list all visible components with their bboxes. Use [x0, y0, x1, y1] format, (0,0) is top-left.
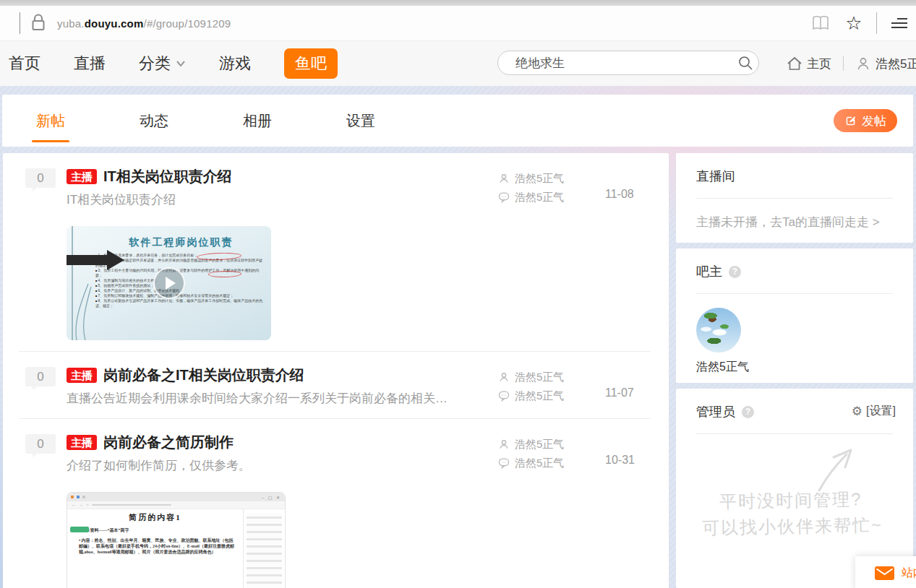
- live-room-title: 直播间: [696, 168, 893, 185]
- card-divider: [696, 198, 893, 199]
- screen: yuba.douyu.com/#/group/1091209 ☆ 首页 直播 分…: [0, 0, 916, 588]
- nav-item-games[interactable]: 游戏: [219, 53, 251, 74]
- site-message-widget[interactable]: 站内: [855, 556, 916, 588]
- menu-icon[interactable]: [889, 12, 910, 34]
- post-date: 11-07: [605, 366, 669, 399]
- address-bar-divider: [20, 12, 20, 34]
- thumb-browser-titlebar: – ▢ ✕: [67, 493, 285, 501]
- tab-feed[interactable]: 动态: [140, 105, 168, 137]
- tab-settings[interactable]: 设置: [346, 105, 375, 137]
- user-icon[interactable]: [855, 56, 871, 72]
- nav-item-yuba[interactable]: 鱼吧: [284, 48, 338, 79]
- post-author[interactable]: 浩然5正气: [515, 172, 564, 186]
- live-badge: 主播: [67, 368, 97, 383]
- post-excerpt: IT相关岗位职责介绍: [67, 191, 471, 209]
- thumb-doc-line: • 基本资料——“基本”两字: [79, 527, 237, 533]
- post-title[interactable]: 岗前必备之简历制作: [103, 433, 234, 451]
- search-input[interactable]: [498, 56, 732, 70]
- play-button-icon[interactable]: [153, 267, 185, 299]
- post-row: 0 主播 岗前必备之简历制作 介绍了如何制作简历，仅供参考。 – ▢ ✕ ←→○: [3, 419, 669, 588]
- favorites-star-icon[interactable]: ☆: [843, 12, 865, 34]
- help-icon[interactable]: ?: [742, 406, 754, 418]
- tab-album[interactable]: 相册: [243, 105, 272, 137]
- post-row: 0 主播 IT相关岗位职责介绍 IT相关岗位职责介绍 软件工程师岗位职责 1、根…: [3, 153, 669, 351]
- url-subdomain: yuba.: [57, 17, 85, 30]
- reply-count-bubble: 0: [25, 367, 56, 386]
- comment-icon: [498, 390, 510, 402]
- post-date: 10-31: [605, 433, 669, 467]
- live-room-link[interactable]: 主播未开播，去Ta的直播间走走 >: [696, 214, 893, 230]
- nav-item-live[interactable]: 直播: [74, 53, 106, 74]
- site-message-label: 站内: [902, 566, 916, 581]
- chevron-down-icon: [176, 60, 186, 67]
- url-domain: douyu.com: [85, 17, 144, 30]
- thumb-doc-line: • 内容：姓名、性别、出生年月、籍贯、民族、专业、政治面貌、联系地址（包括邮编）…: [79, 537, 237, 555]
- help-icon[interactable]: ?: [729, 266, 741, 278]
- slide-arrow-shape: [67, 249, 126, 271]
- envelope-icon: [875, 566, 894, 580]
- thumb-green-badge: [70, 527, 89, 532]
- thumb-favicon: [77, 496, 80, 498]
- nav-item-yuba-label: 鱼吧: [295, 53, 327, 74]
- bar-owner-card: 吧主 ? 浩然5正气: [676, 248, 913, 383]
- post-date: 11-08: [605, 167, 669, 201]
- admin-empty-text: 可以找小伙伴来帮忙~: [702, 514, 883, 540]
- last-replier[interactable]: 浩然5正气: [515, 389, 564, 403]
- nav-item-category[interactable]: 分类: [139, 53, 186, 74]
- slide-decoration: [67, 226, 103, 340]
- last-replier[interactable]: 浩然5正气: [515, 191, 564, 204]
- owner-avatar[interactable]: [696, 308, 741, 353]
- thumb-browser-addressbar: ←→○: [67, 501, 285, 509]
- thumb-favicon: [71, 496, 74, 498]
- bar-owner-title: 吧主: [696, 263, 722, 280]
- thumb-window-controls: – ▢ ✕: [262, 495, 281, 500]
- thumb-favicon: [82, 496, 85, 498]
- live-badge: 主播: [67, 435, 97, 450]
- post-image-thumbnail[interactable]: – ▢ ✕ ←→○ 简历的内容1 • 基本资料——“基本”两字 • 内容：姓名、…: [67, 492, 286, 588]
- window-title-strip: [0, 0, 916, 6]
- compose-icon: [844, 115, 857, 127]
- owner-name[interactable]: 浩然5正气: [696, 360, 893, 375]
- post-author[interactable]: 浩然5正气: [515, 438, 564, 451]
- tab-new-posts[interactable]: 新帖: [36, 105, 65, 137]
- home-icon[interactable]: [787, 56, 802, 72]
- chrome-divider: [876, 12, 877, 34]
- admin-empty-text: 平时没时间管理?: [719, 488, 863, 513]
- reading-list-icon[interactable]: [810, 12, 831, 34]
- nav-item-category-label: 分类: [139, 53, 171, 74]
- nav-item-games-label: 游戏: [219, 53, 251, 74]
- post-excerpt: 直播公告近期会利用课余时间给大家介绍一系列关于岗前必备的相关…: [67, 390, 471, 407]
- last-replier[interactable]: 浩然5正气: [515, 457, 564, 470]
- thumb-sidebar-rail: [243, 509, 285, 588]
- url-text: yuba.douyu.com/#/group/1091209: [57, 17, 231, 30]
- live-room-card: 直播间 主播未开播，去Ta的直播间走走 >: [676, 153, 913, 243]
- admin-empty-state: 平时没时间管理? 可以找小伙伴来帮忙~: [696, 434, 893, 564]
- post-title[interactable]: IT相关岗位职责介绍: [103, 167, 232, 186]
- author-icon: [498, 173, 510, 184]
- address-bar[interactable]: yuba.douyu.com/#/group/1091209 ☆: [0, 6, 916, 41]
- lock-icon[interactable]: [30, 12, 47, 34]
- nav-item-home-label: 首页: [9, 53, 40, 74]
- post-title[interactable]: 岗前必备之IT相关岗位职责介绍: [103, 366, 304, 384]
- comment-icon: [498, 191, 510, 203]
- gear-icon: ⚙: [852, 405, 863, 418]
- comment-icon: [498, 457, 510, 469]
- nav-item-home[interactable]: 首页: [9, 53, 40, 74]
- slide-title: 软件工程师岗位职责: [91, 236, 271, 249]
- nav-item-live-label: 直播: [74, 53, 106, 74]
- admin-settings-label: [设置]: [866, 404, 896, 419]
- username-link[interactable]: 浩然5正气: [876, 56, 916, 72]
- post-row: 0 主播 岗前必备之IT相关岗位职责介绍 直播公告近期会利用课余时间给大家介绍一…: [3, 352, 669, 418]
- thumb-doc-title: 简历的内容1: [73, 512, 237, 523]
- home-link[interactable]: 主页: [807, 56, 831, 72]
- admin-settings-button[interactable]: ⚙ [设置]: [852, 404, 896, 419]
- reply-count-bubble: 0: [25, 434, 56, 454]
- post-author[interactable]: 浩然5正气: [515, 371, 564, 384]
- nav-user-area: 主页 浩然5正气: [787, 41, 916, 86]
- post-excerpt: 介绍了如何制作简历，仅供参考。: [67, 457, 471, 475]
- search-icon[interactable]: [732, 51, 758, 75]
- posts-list: 0 主播 IT相关岗位职责介绍 IT相关岗位职责介绍 软件工程师岗位职责 1、根…: [3, 153, 669, 588]
- post-video-thumbnail[interactable]: 软件工程师岗位职责 1、根据项目具体要求，承担开发任务，按计划完成任务目标； 2…: [67, 226, 271, 340]
- create-post-button[interactable]: 发帖: [834, 109, 897, 132]
- create-post-label: 发帖: [862, 113, 886, 129]
